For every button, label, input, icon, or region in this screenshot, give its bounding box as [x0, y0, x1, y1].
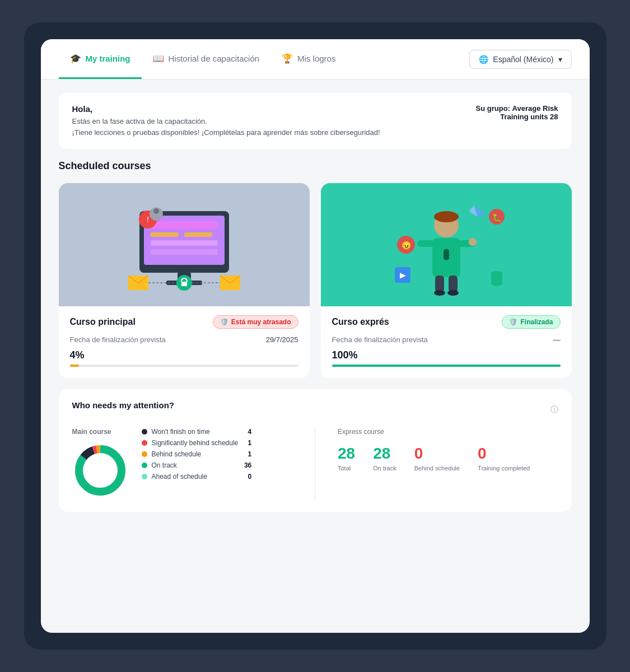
legend-label-2: Behind schedule: [152, 450, 202, 458]
progress-fill-main: [70, 365, 79, 367]
banner-greeting: Hola,: [72, 104, 380, 114]
legend-item-2: Behind schedule 1: [142, 450, 252, 458]
stat-completed: 0 Training completed: [478, 445, 530, 472]
svg-rect-21: [417, 240, 434, 247]
main-course-section: Main course: [72, 428, 293, 501]
banner-line1: Estás en la fase activa de la capacitaci…: [72, 116, 380, 127]
outer-background: 🎓 My training 📖 Historial de capacitació…: [24, 22, 606, 650]
legend-dot-2: [142, 451, 147, 457]
legend-val-2: 1: [242, 450, 251, 458]
banner-meta: Su grupo: Average Risk Training units 28: [476, 104, 558, 121]
vertical-divider: [315, 428, 315, 501]
stat-on-track-label: On track: [373, 465, 396, 472]
trophy-icon: 🏆: [282, 53, 293, 64]
course-card-main[interactable]: !: [59, 183, 310, 378]
course-image-main: !: [59, 183, 310, 306]
banner-line2: ¡Tiene lecciones o pruebas disponibles! …: [72, 127, 380, 138]
progress-bar-main: [70, 365, 298, 367]
progress-fill-express: [332, 365, 561, 367]
stat-behind-num: 0: [414, 445, 460, 463]
stat-behind: 0 Behind schedule: [414, 445, 460, 472]
course-badge-express: 🛡️ Finalizada: [502, 315, 560, 329]
book-icon: 📖: [153, 53, 164, 64]
express-section: Express course 28 Total 28 On track: [338, 428, 558, 501]
stat-on-track: 28 On track: [373, 445, 396, 472]
course-header-express: Curso exprés 🛡️ Finalizada: [332, 315, 561, 329]
svg-text:▶: ▶: [399, 270, 405, 279]
legend-val-1: 1: [242, 439, 251, 447]
legend-dot-4: [142, 474, 147, 479]
tab-bar: 🎓 My training 📖 Historial de capacitació…: [41, 39, 590, 80]
courses-grid: !: [59, 183, 572, 378]
svg-point-42: [87, 457, 114, 484]
course-body-express: Curso exprés 🛡️ Finalizada Fecha de fina…: [321, 306, 572, 378]
stat-total-num: 28: [338, 445, 355, 463]
svg-point-27: [469, 238, 477, 246]
svg-rect-5: [151, 240, 218, 246]
info-icon[interactable]: ⓘ: [550, 405, 558, 415]
chevron-down-icon: ▾: [558, 55, 562, 64]
course-date-row-main: Fecha de finalización prevista 29/7/2025: [70, 335, 298, 344]
legend-label-1: Significantly behind schedule: [152, 439, 239, 447]
course-card-express[interactable]: 🐛 ▶: [321, 183, 572, 378]
svg-rect-3: [151, 232, 179, 237]
course-name-express: Curso exprés: [332, 317, 389, 327]
legend-dot-0: [142, 429, 147, 435]
main-course-label: Main course: [72, 428, 128, 436]
svg-rect-24: [449, 276, 458, 292]
globe-icon: 🌐: [479, 55, 488, 64]
svg-point-25: [434, 290, 445, 296]
legend-label-4: Ahead of schedule: [152, 473, 207, 480]
tab-my-training[interactable]: 🎓 My training: [59, 39, 142, 79]
svg-point-12: [153, 208, 159, 214]
donut-chart: [72, 442, 128, 501]
language-selector[interactable]: 🌐 Español (México) ▾: [469, 50, 571, 69]
tab-historial[interactable]: 📖 Historial de capacitación: [142, 39, 271, 79]
legend-item-4: Ahead of schedule 0: [142, 473, 252, 480]
stat-total-label: Total: [338, 465, 355, 472]
legend-label-3: On track: [152, 461, 177, 469]
svg-point-26: [447, 290, 459, 296]
shield-check-icon: 🛡️: [509, 318, 517, 326]
main-card: 🎓 My training 📖 Historial de capacitació…: [41, 39, 590, 633]
legend-val-3: 36: [242, 461, 251, 469]
svg-text:😠: 😠: [401, 241, 411, 250]
svg-rect-2: [151, 221, 218, 229]
stat-completed-label: Training completed: [478, 465, 530, 472]
main-content: Hola, Estás en la fase activa de la capa…: [41, 80, 590, 633]
legend-item-3: On track 36: [142, 461, 252, 469]
course-illustration-express: 🐛 ▶: [357, 189, 536, 301]
svg-rect-15: [181, 282, 187, 286]
svg-text:🐛: 🐛: [492, 213, 502, 222]
info-banner: Hola, Estás en la fase activa de la capa…: [59, 93, 572, 149]
legend-item-0: Won't finish on time 4: [142, 428, 252, 436]
shield-alert-icon: 🛡️: [220, 318, 228, 326]
course-illustration-main: !: [95, 189, 274, 301]
course-percent-express: 100%: [332, 349, 561, 361]
attention-card: Who needs my attention? ⓘ Main course: [59, 389, 572, 512]
course-badge-main: 🛡️ Está muy atrasado: [213, 315, 298, 329]
express-stats: 28 Total 28 On track 0 Behind schedule: [338, 445, 558, 472]
main-course-column: Main course: [72, 428, 128, 501]
lang-selector-wrapper: 🌐 Español (México) ▾: [469, 50, 571, 69]
legend-label-0: Won't finish on time: [152, 428, 210, 436]
progress-bar-express: [332, 365, 561, 367]
svg-rect-4: [184, 232, 212, 237]
tab-logros[interactable]: 🏆 Mis logros: [270, 39, 347, 79]
svg-point-28: [434, 211, 459, 222]
svg-rect-6: [151, 249, 218, 255]
stat-completed-num: 0: [478, 445, 530, 463]
banner-text: Hola, Estás en la fase activa de la capa…: [72, 104, 380, 138]
course-header-main: Curso principal 🛡️ Está muy atrasado: [70, 315, 298, 329]
graduation-icon: 🎓: [70, 53, 81, 64]
legend-dot-3: [142, 463, 147, 468]
course-image-express: 🐛 ▶: [321, 183, 572, 306]
attention-title: Who needs my attention?: [72, 400, 175, 410]
stat-total: 28 Total: [338, 445, 355, 472]
donut-legend: Won't finish on time 4 Significantly beh…: [142, 428, 252, 501]
course-name-main: Curso principal: [70, 317, 136, 327]
svg-rect-23: [435, 276, 444, 292]
express-course-label: Express course: [338, 428, 558, 436]
legend-val-4: 0: [242, 473, 251, 480]
course-percent-main: 4%: [70, 349, 298, 361]
